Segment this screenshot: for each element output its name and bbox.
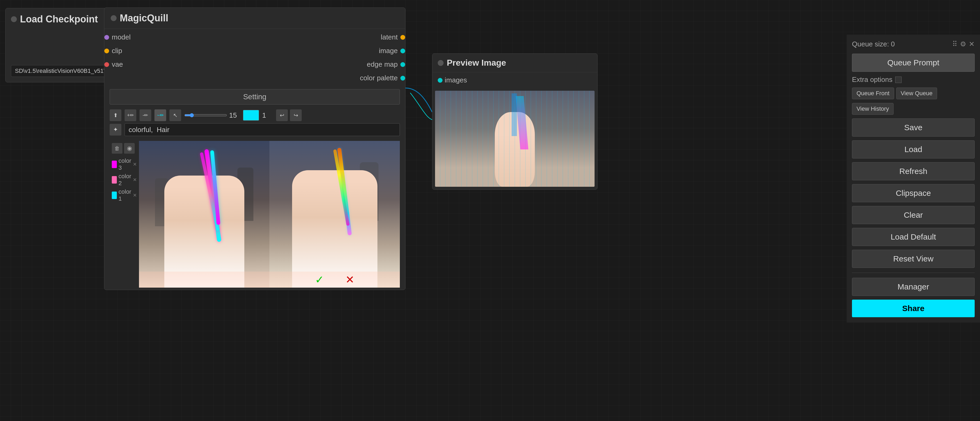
clip-input-row: clip	[104, 45, 122, 57]
images-port-row: images	[433, 72, 597, 88]
prompt-row: ✦	[104, 123, 405, 139]
share-button[interactable]: Share	[852, 300, 975, 317]
upload-icon[interactable]: ⬆	[110, 109, 121, 121]
right-ports: latent image edge map color palette	[360, 32, 405, 84]
color-2-delete-icon[interactable]: ✕	[133, 177, 137, 183]
undo-redo-group: ↩ ↪	[276, 109, 302, 121]
image-output-label: image	[379, 47, 398, 55]
color-swatch[interactable]	[243, 110, 259, 121]
right-canvas[interactable]: ✓ ✕	[269, 141, 400, 288]
trash-icon[interactable]: 🗑	[112, 143, 123, 154]
images-label: images	[445, 76, 467, 84]
color-3-entry: color 3 ✕	[112, 158, 137, 171]
color-brush-icon[interactable]: ~✏	[154, 109, 166, 121]
right-panel: Queue size: 0 ⠿ ⚙ ✕ Queue Prompt Extra o…	[846, 35, 980, 322]
setting-label: Setting	[243, 92, 266, 101]
model-input-row: model	[104, 32, 131, 43]
color-1-label: color 1	[118, 188, 131, 202]
magic-wand-icon[interactable]: ✦	[110, 124, 121, 136]
load-default-button[interactable]: Load Default	[852, 228, 975, 246]
latent-output-row: latent	[381, 32, 405, 43]
toolbar: ⬆ +✏ -✏ ~✏ ↖ 15 1 ↩ ↪	[104, 107, 405, 123]
palette-icons: 🗑 ◉	[112, 143, 137, 154]
vae-input-connector[interactable]	[104, 62, 109, 67]
color-3-dot[interactable]	[112, 161, 117, 168]
edge-map-output-label: edge map	[367, 60, 398, 69]
magic-quill-node: MagicQuill model clip vae latent	[104, 8, 406, 290]
edge-map-output-connector[interactable]	[400, 62, 405, 67]
model-input-label: model	[112, 33, 131, 41]
latent-output-connector[interactable]	[400, 35, 405, 40]
prompt-input[interactable]	[124, 123, 400, 136]
clip-input-label: clip	[112, 47, 122, 55]
accept-icon[interactable]: ✓	[315, 273, 324, 286]
queue-header-icons: ⠿ ⚙ ✕	[952, 40, 975, 48]
undo-icon[interactable]: ↩	[276, 109, 288, 121]
node-status-dot	[11, 16, 17, 22]
manager-button[interactable]: Manager	[852, 278, 975, 296]
right-canvas-accept-bar: ✓ ✕	[269, 272, 400, 288]
image-output-connector[interactable]	[400, 49, 405, 53]
panel-divider	[852, 273, 975, 273]
extra-options-row: Extra options	[852, 75, 975, 84]
image-output-row: image	[379, 45, 405, 57]
vae-input-label: vae	[112, 60, 123, 69]
color-2-label: color 2	[118, 173, 131, 187]
queue-view-buttons: Queue Front View Queue	[852, 88, 975, 99]
images-input-connector[interactable]	[438, 78, 442, 83]
magic-quill-header: MagicQuill	[104, 8, 405, 29]
magic-quill-status-dot	[111, 15, 116, 21]
color-palette-panel: 🗑 ◉ color 3 ✕ color 2 ✕ color 1 ✕	[110, 141, 139, 288]
close-icon[interactable]: ✕	[969, 40, 975, 48]
refresh-button[interactable]: Refresh	[852, 162, 975, 180]
model-input-connector[interactable]	[104, 35, 109, 40]
left-photo	[139, 141, 269, 288]
color-2-entry: color 2 ✕	[112, 173, 137, 187]
extra-options-checkbox[interactable]	[895, 77, 902, 83]
left-ports: model clip vae	[104, 32, 131, 84]
left-canvas[interactable]	[139, 141, 269, 288]
magic-quill-title: MagicQuill	[120, 13, 168, 24]
queue-front-button[interactable]: Queue Front	[852, 88, 894, 99]
brush-remove-icon[interactable]: -✏	[140, 109, 151, 121]
load-button[interactable]: Load	[852, 140, 975, 158]
reset-view-button[interactable]: Reset View	[852, 250, 975, 268]
number-value: 1	[262, 111, 273, 120]
redo-icon[interactable]: ↪	[290, 109, 302, 121]
preview-image-node: Preview Image images	[432, 53, 598, 190]
magic-quill-ports: model clip vae latent image edge map	[104, 29, 405, 86]
queue-prompt-button[interactable]: Queue Prompt	[852, 54, 975, 72]
latent-output-label: latent	[381, 33, 398, 41]
clipspace-button[interactable]: Clipspace	[852, 184, 975, 202]
brush-size-slider[interactable]	[184, 113, 227, 117]
view-queue-button[interactable]: View Queue	[896, 88, 937, 99]
clear-button[interactable]: Clear	[852, 206, 975, 224]
gear-icon[interactable]: ⚙	[960, 40, 966, 48]
save-button[interactable]: Save	[852, 118, 975, 137]
queue-header: Queue size: 0 ⠿ ⚙ ✕	[852, 40, 975, 48]
color-2-dot[interactable]	[112, 176, 117, 183]
preview-image-header: Preview Image	[433, 54, 597, 72]
canvas-area: 🗑 ◉ color 3 ✕ color 2 ✕ color 1 ✕	[110, 141, 400, 288]
cursor-icon[interactable]: ↖	[169, 109, 181, 121]
visibility-icon[interactable]: ◉	[124, 143, 135, 154]
preview-status-dot	[438, 60, 444, 66]
color-3-label: color 3	[118, 158, 131, 171]
vae-input-row: vae	[104, 59, 123, 70]
preview-thumbnail	[435, 91, 595, 187]
extra-options-label: Extra options	[852, 75, 892, 84]
color-palette-output-connector[interactable]	[400, 76, 405, 81]
reject-icon[interactable]: ✕	[345, 273, 355, 286]
view-history-button[interactable]: View History	[852, 103, 894, 115]
color-3-delete-icon[interactable]: ✕	[133, 161, 137, 167]
queue-size-label: Queue size: 0	[852, 40, 895, 48]
color-1-delete-icon[interactable]: ✕	[133, 192, 137, 198]
setting-bar[interactable]: Setting	[110, 89, 400, 105]
color-1-entry: color 1 ✕	[112, 188, 137, 202]
view-history-row: View History	[852, 103, 975, 115]
brush-add-icon[interactable]: +✏	[124, 109, 136, 121]
right-photo	[269, 141, 400, 288]
color-1-dot[interactable]	[112, 191, 117, 199]
color-palette-output-row: color palette	[360, 72, 405, 84]
clip-input-connector[interactable]	[104, 49, 109, 53]
